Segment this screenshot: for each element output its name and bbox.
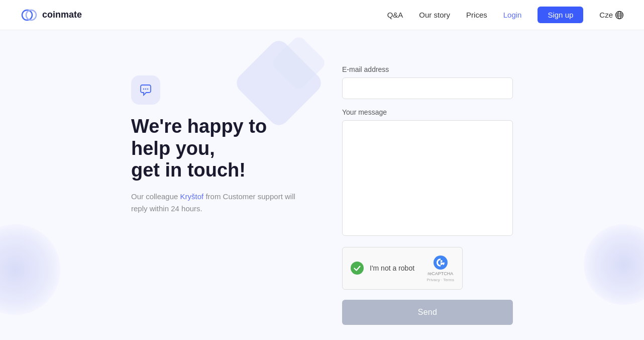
heading-line2: help you,	[131, 138, 215, 159]
send-button[interactable]: Send	[342, 300, 513, 325]
recaptcha-links-text: Privacy · Terms	[426, 278, 454, 282]
recaptcha-brand-text: reCAPTCHA	[427, 272, 453, 277]
coinmate-logo-icon	[20, 6, 38, 24]
recaptcha-check-icon	[351, 262, 364, 275]
hero-heading: We're happy to help you, get in touch!	[131, 116, 302, 182]
subtext-plain1: Our colleague	[131, 192, 180, 201]
signup-button[interactable]: Sign up	[538, 7, 583, 23]
chat-icon	[138, 82, 153, 98]
recaptcha-label: I'm not a robot	[370, 264, 414, 272]
nav-links: Q&A Our story Prices Login Sign up Cze	[387, 7, 624, 23]
heading-line1: We're happy to	[131, 116, 267, 137]
navbar: coinmate Q&A Our story Prices Login Sign…	[0, 0, 644, 30]
recaptcha-widget[interactable]: I'm not a robot reCAPTCHA Privacy · Term…	[342, 247, 463, 290]
contact-form: E-mail address Your message I'm not a ro…	[342, 65, 513, 325]
heading-line3: get in touch!	[131, 159, 246, 181]
main-content: We're happy to help you, get in touch! O…	[21, 30, 623, 340]
left-panel: We're happy to help you, get in touch! O…	[131, 65, 302, 215]
checkmark-icon	[354, 266, 361, 271]
globe-icon	[615, 11, 624, 20]
hero-subtext: Our colleague Kryštof from Customer supp…	[131, 191, 302, 215]
message-textarea[interactable]	[342, 120, 513, 236]
email-label: E-mail address	[342, 65, 513, 73]
nav-link-login[interactable]: Login	[503, 11, 522, 19]
nav-link-our-story[interactable]: Our story	[419, 11, 450, 19]
language-label: Cze	[599, 11, 613, 19]
chat-icon-bubble	[131, 75, 160, 105]
recaptcha-logo-icon	[433, 254, 449, 271]
language-selector[interactable]: Cze	[599, 11, 624, 20]
nav-link-prices[interactable]: Prices	[466, 11, 487, 19]
message-label: Your message	[342, 108, 513, 116]
nav-link-qa[interactable]: Q&A	[387, 11, 403, 19]
brand-logo[interactable]: coinmate	[20, 6, 82, 24]
brand-name: coinmate	[42, 10, 82, 20]
svg-point-8	[145, 89, 146, 90]
svg-point-7	[143, 89, 144, 90]
subtext-name: Kryštof	[180, 192, 204, 201]
email-input[interactable]	[342, 77, 513, 99]
recaptcha-left: I'm not a robot	[351, 262, 414, 275]
svg-point-9	[147, 89, 148, 90]
recaptcha-logo: reCAPTCHA Privacy · Terms	[426, 254, 454, 282]
